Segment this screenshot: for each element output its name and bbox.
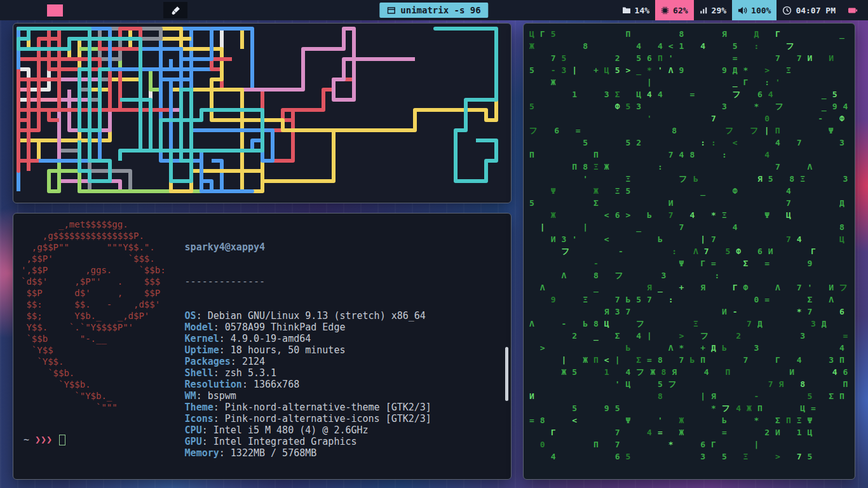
system-info-row: Packages: 2124: [185, 356, 431, 367]
system-info-fields: OS: Debian GNU/Linux 9.13 (stretch) x86_…: [185, 310, 431, 459]
disk-usage-value: 14%: [635, 6, 649, 15]
user-host-title: sparky4@xappy4: [185, 241, 431, 253]
clock-module[interactable]: 04:07 PM: [776, 0, 841, 20]
system-info-row: GPU: Intel Integrated Graphics: [185, 436, 431, 447]
window-title-text: unimatrix -s 96: [400, 5, 480, 15]
memory-bars-icon: [700, 6, 708, 15]
system-info-row: CPU: Intel i5 M 480 (4) @ 2.6GHz: [185, 424, 431, 436]
neofetch-terminal-window[interactable]: _,met$$$$$gg. ,g$$$$$$$$$$$$$$$P. ,g$$P"…: [13, 213, 512, 480]
volume-module[interactable]: 100%: [732, 0, 776, 20]
cpu-module[interactable]: 62%: [655, 0, 693, 20]
system-info-row: Shell: zsh 5.3.1: [185, 367, 431, 379]
unimatrix-terminal-window[interactable]: ЦГ5 Π 8 Я Д Г _ Ж 8 4 4<1 4 5 : フ 75 2 5…: [523, 23, 855, 480]
top-bar: unimatrix -s 96 14% 62% 29%: [0, 0, 868, 20]
system-info-row: Resolution: 868x488: [185, 379, 431, 390]
folder-icon: [622, 6, 631, 14]
system-info-row: WM: bspwm: [185, 390, 431, 402]
paint-tool-module[interactable]: [163, 2, 187, 18]
terminal-scrollbar[interactable]: [505, 347, 508, 401]
neofetch-output: _,met$$$$$gg. ,g$$$$$$$$$$$$$$$P. ,g$$P"…: [13, 214, 511, 480]
system-info-row: Kernel: 4.9.0-19-amd64: [185, 333, 431, 344]
window-icon: [387, 6, 395, 15]
pipes-canvas: [13, 24, 511, 203]
memory-module[interactable]: 29%: [694, 0, 732, 20]
system-info-row: Uptime: 18 hours, 50 minutes: [185, 344, 431, 356]
speaker-icon: [738, 6, 747, 15]
clock-icon: [782, 6, 792, 15]
system-info-row: Model: 0578A99 ThinkPad Edge: [185, 322, 431, 333]
text-cursor: [59, 435, 65, 445]
system-info-row: OS: Debian GNU/Linux 9.13 (stretch) x86_…: [185, 310, 431, 322]
matrix-rain: ЦГ5 Π 8 Я Д Г _ Ж 8 4 4<1 4 5 : フ 75 2 5…: [529, 28, 855, 463]
paintbrush-icon: [171, 6, 180, 15]
prompt-cwd: ~: [24, 434, 29, 445]
cpu-chip-icon: [661, 6, 669, 15]
battery-icon: [846, 6, 859, 15]
status-modules: 14% 62% 29% 100%: [616, 0, 868, 20]
system-info-row: Icons: Pink-nord-alternative-icons [GTK2…: [185, 413, 431, 424]
separator-line: --------------: [185, 276, 431, 287]
volume-value: 100%: [751, 6, 771, 15]
cpu-usage-value: 62%: [673, 6, 688, 15]
battery-module[interactable]: [841, 0, 865, 20]
memory-usage-value: 29%: [712, 6, 726, 15]
shell-prompt[interactable]: ~ ❯❯❯: [24, 434, 65, 445]
disk-module[interactable]: 14%: [616, 0, 655, 20]
workspace-indicator[interactable]: [47, 4, 63, 17]
system-info-row: Theme: Pink-nord-alternative-theme [GTK2…: [185, 402, 431, 413]
pipes-terminal-window[interactable]: [13, 23, 512, 203]
prompt-arrows: ❯❯❯: [35, 434, 52, 445]
time-value: 04:07 PM: [796, 6, 836, 15]
system-info-row: Memory: 1322MB / 5768MB: [185, 447, 431, 459]
focused-window-title-module[interactable]: unimatrix -s 96: [379, 3, 488, 18]
